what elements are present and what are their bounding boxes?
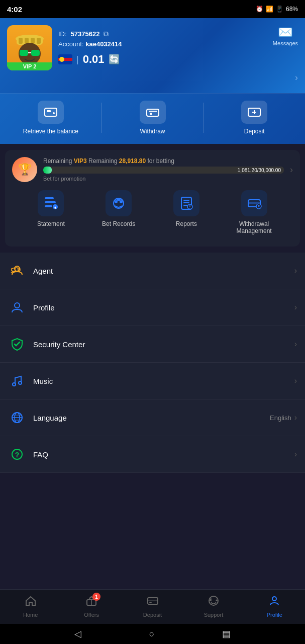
for-betting-label: for betting xyxy=(148,157,174,165)
svg-point-12 xyxy=(53,112,55,114)
account-label: Account: xyxy=(58,40,84,48)
back-gesture-icon[interactable]: ◁ xyxy=(74,628,81,639)
deposit-button[interactable]: Deposit xyxy=(204,101,305,135)
svg-rect-21 xyxy=(45,205,52,207)
agent-chevron-icon: › xyxy=(294,266,297,275)
user-id-row: ID: 57375622 ⧉ xyxy=(58,30,122,38)
alarm-icon: ⏰ xyxy=(256,6,263,13)
language-label: Language xyxy=(33,414,270,422)
vip-badge-icon: 🏆 xyxy=(12,157,37,182)
flag-sun xyxy=(59,57,64,62)
nav-offers-label: Offers xyxy=(84,612,99,618)
copy-icon[interactable]: ⧉ xyxy=(104,30,109,38)
agent-list-item[interactable]: Agent › xyxy=(0,253,305,289)
bet-records-label: Bet Records xyxy=(102,220,135,227)
refresh-icon[interactable]: 🔄 xyxy=(109,54,120,65)
vip-progress-info: Remaining VIP3 Remaining 28,918.80 for b… xyxy=(43,157,284,182)
language-value: English xyxy=(270,414,291,422)
svg-rect-30 xyxy=(183,202,189,203)
music-label: Music xyxy=(33,377,294,385)
nav-support[interactable]: Support xyxy=(183,595,244,618)
profile-nav-icon xyxy=(268,595,280,610)
statement-button[interactable]: ♠ Statement xyxy=(17,190,85,234)
vip-text-row: Remaining VIP3 Remaining 28,918.80 for b… xyxy=(43,157,284,165)
nav-home[interactable]: Home xyxy=(0,595,61,618)
list-section: Agent › Profile › Security Center xyxy=(0,253,305,473)
vip-badge: VIP 2 xyxy=(7,62,52,70)
retrieve-balance-button[interactable]: Retrieve the balance xyxy=(0,101,101,135)
nav-offers[interactable]: 1 Offers xyxy=(61,595,122,618)
home-gesture-icon[interactable]: ○ xyxy=(149,629,155,639)
svg-rect-31 xyxy=(183,205,187,206)
svg-rect-20 xyxy=(45,201,56,203)
profile-icon xyxy=(8,298,26,316)
language-list-item[interactable]: Language English › xyxy=(0,399,305,436)
statement-icon: ♠ xyxy=(38,190,64,216)
svg-rect-13 xyxy=(147,109,159,116)
status-icons: ⏰ 📶 📱 68% xyxy=(256,6,298,13)
music-list-item[interactable]: Music › xyxy=(0,363,305,399)
withdrawal-management-button[interactable]: WithdrawalManagement xyxy=(220,190,288,234)
security-center-chevron-icon: › xyxy=(294,340,297,349)
remaining-prefix: Remaining xyxy=(88,157,119,165)
faq-chevron-icon: › xyxy=(294,450,297,459)
header-chevron-icon[interactable]: › xyxy=(295,72,298,83)
avatar: VIP 2 xyxy=(7,25,52,70)
reports-button[interactable]: Reports xyxy=(153,190,221,234)
progress-text-row: Bet for promotion xyxy=(43,176,284,182)
balance-amount: 0.01 xyxy=(83,53,105,66)
vip-progress-row: 🏆 Remaining VIP3 Remaining 28,918.80 for… xyxy=(12,157,293,182)
vip-progress-section: 🏆 Remaining VIP3 Remaining 28,918.80 for… xyxy=(5,150,300,247)
svg-rect-29 xyxy=(183,200,189,201)
deposit-icon xyxy=(241,101,267,124)
withdraw-button[interactable]: Withdraw xyxy=(102,101,204,135)
wifi-icon: 📶 xyxy=(266,6,273,13)
language-icon xyxy=(8,409,26,427)
faq-list-item[interactable]: ? FAQ › xyxy=(0,436,305,473)
recent-gesture-icon[interactable]: ▤ xyxy=(222,628,231,639)
vip-remaining-amount: 28,918.80 xyxy=(119,157,146,165)
menu-grid: ♠ Statement Bet Records xyxy=(12,182,293,239)
withdrawal-management-icon xyxy=(241,190,267,216)
header-top: VIP 2 ID: 57375622 ⧉ Account: kae4032414… xyxy=(7,25,298,70)
withdrawal-management-label: WithdrawalManagement xyxy=(237,220,272,234)
svg-rect-4 xyxy=(31,38,35,44)
withdraw-icon xyxy=(140,101,166,124)
character-svg xyxy=(10,28,50,68)
retrieve-balance-icon xyxy=(38,101,64,124)
withdraw-label: Withdraw xyxy=(140,128,165,135)
nav-support-label: Support xyxy=(204,612,224,618)
faq-label: FAQ xyxy=(33,450,294,459)
profile-list-item[interactable]: Profile › xyxy=(0,289,305,326)
support-icon xyxy=(208,595,220,610)
nav-deposit-label: Deposit xyxy=(143,612,162,618)
svg-rect-8 xyxy=(31,50,40,56)
svg-point-59 xyxy=(272,597,276,601)
svg-rect-10 xyxy=(45,108,57,116)
vip-chevron-icon[interactable]: › xyxy=(290,165,293,175)
reports-icon xyxy=(173,190,199,216)
agent-icon xyxy=(8,262,26,280)
home-icon xyxy=(25,595,37,610)
security-center-list-item[interactable]: Security Center › xyxy=(0,326,305,363)
messages-icon: ✉️ xyxy=(278,25,293,39)
bottom-nav: Home 1 Offers Deposit xyxy=(0,589,305,624)
header-section: VIP 2 ID: 57375622 ⧉ Account: kae4032414… xyxy=(0,18,305,93)
svg-rect-27 xyxy=(117,199,121,201)
deposit-label: Deposit xyxy=(244,128,265,135)
progress-label: 1,081.20/30,000.00 xyxy=(238,168,281,173)
profile-label: Profile xyxy=(33,303,294,312)
svg-text:?: ? xyxy=(15,451,20,459)
faq-icon: ? xyxy=(8,445,26,463)
svg-rect-15 xyxy=(150,113,152,115)
offers-badge-container: 1 xyxy=(85,595,97,610)
progress-bar-fill xyxy=(43,167,52,174)
balance-divider: | xyxy=(76,54,79,65)
nav-deposit[interactable]: Deposit xyxy=(122,595,183,618)
messages-button[interactable]: ✉️ Messages xyxy=(273,25,298,46)
bet-records-button[interactable]: Bet Records xyxy=(85,190,153,234)
nav-profile[interactable]: Profile xyxy=(244,595,305,618)
user-info-row: VIP 2 ID: 57375622 ⧉ Account: kae4032414… xyxy=(7,25,122,70)
svg-point-44 xyxy=(13,383,16,386)
account-row: Account: kae4032414 xyxy=(58,40,122,48)
